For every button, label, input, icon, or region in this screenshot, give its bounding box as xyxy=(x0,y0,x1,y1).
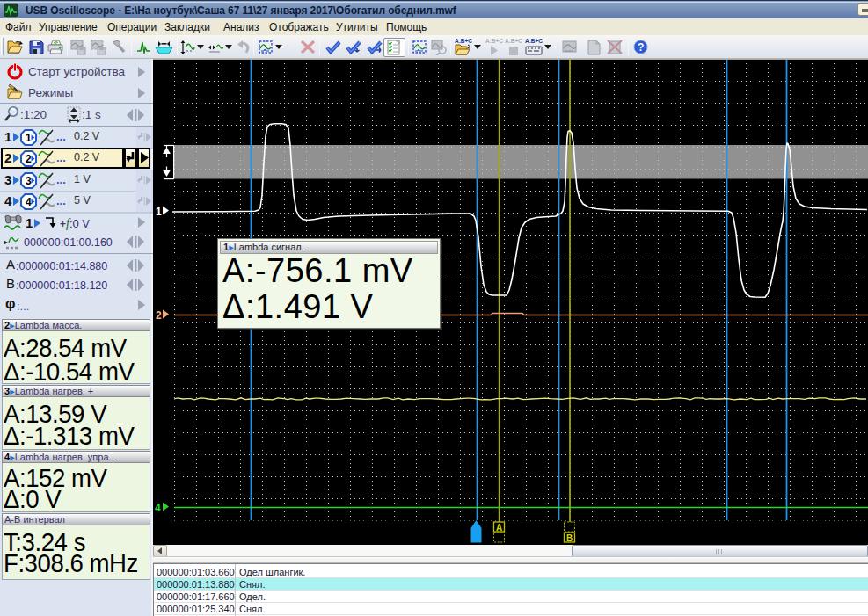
svg-text:A:B+C: A:B+C xyxy=(505,39,522,44)
svg-text:2: 2 xyxy=(26,153,32,165)
svg-text:2: 2 xyxy=(156,309,162,322)
svg-text:?: ? xyxy=(638,41,644,54)
svg-text:A:B+C: A:B+C xyxy=(525,39,543,44)
svg-text:1: 1 xyxy=(156,206,162,218)
svg-text:1: 1 xyxy=(26,132,32,144)
svg-text:A: A xyxy=(496,523,502,533)
svg-text:4: 4 xyxy=(26,196,32,208)
svg-text:4: 4 xyxy=(155,502,161,514)
svg-text:3: 3 xyxy=(26,175,32,187)
svg-text:A:B+C: A:B+C xyxy=(485,39,503,44)
svg-text:B: B xyxy=(566,533,573,543)
svg-text:A:B+C: A:B+C xyxy=(455,39,472,44)
